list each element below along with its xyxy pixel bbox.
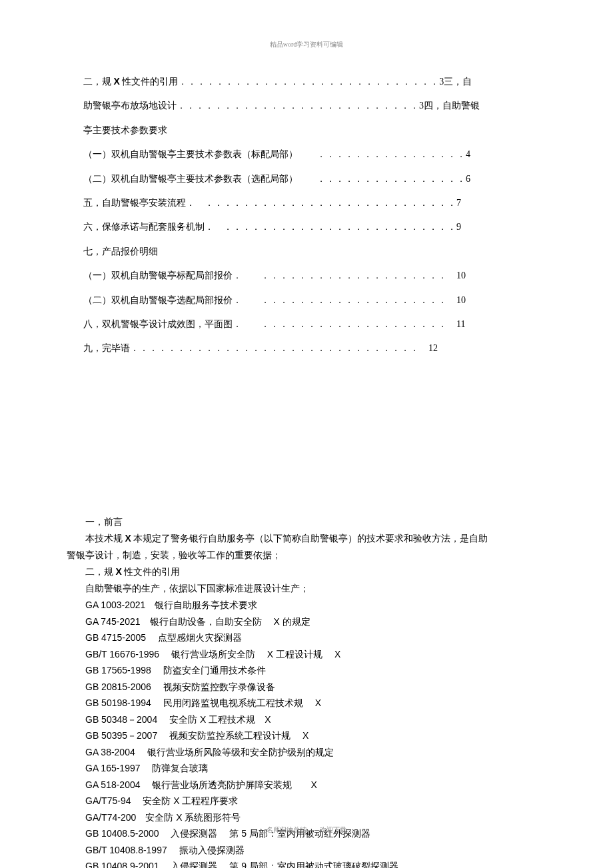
standard-entry: GB 4715-2005 点型感烟火灾探测器 bbox=[67, 630, 546, 646]
standard-entry: GB 17565-1998 防盗安全门通用技术条件 bbox=[67, 662, 546, 679]
toc-entry: 八，双机警银亭设计成效图，平面图． ．．．．．．．．．．．．．．．．．．．． 1… bbox=[83, 312, 530, 336]
toc-x: X bbox=[114, 76, 120, 87]
document-body: 一，前言 本技术规 X 本规定了警务银行自助服务亭（以下简称自助警银亭）的技术要… bbox=[67, 514, 546, 868]
toc-entry: （一）双机自助警银亭主要技术参数表（标配局部） ．．．．．．．．．．．．．．．．… bbox=[83, 143, 530, 167]
body-x: X bbox=[125, 533, 131, 544]
standard-entry: GB/T 16676-1996 银行营业场所安全防 X 工程设计规 X bbox=[67, 646, 546, 663]
toc-entry: （一）双机自助警银亭标配局部报价． ．．．．．．．．．．．．．．．．．．．． 1… bbox=[83, 264, 530, 288]
standard-entry: GB/T 10408.8-1997 振动入侵探测器 bbox=[67, 842, 546, 859]
toc-entry: 九，完毕语．．．．．．．．．．．．．．．．．．．．．．．．．．．．．．． 12 bbox=[83, 336, 530, 360]
toc-entry: （二）双机自助警银亭选配局部报价． ．．．．．．．．．．．．．．．．．．．． 1… bbox=[83, 288, 530, 312]
section-heading: 二，规 X 性文件的引用 bbox=[67, 564, 546, 581]
toc-entry: 亭主要技术参数要求 bbox=[83, 119, 530, 143]
body-text: 性文件的引用 bbox=[122, 567, 181, 577]
body-text: 二，规 bbox=[85, 567, 116, 577]
standard-entry: GA 518-2004 银行营业场所透亮防护屏障安装规 X bbox=[67, 777, 546, 793]
toc-entry: （二）双机自助警银亭主要技术参数表（选配局部） ．．．．．．．．．．．．．．．．… bbox=[83, 167, 530, 191]
paragraph: 本技术规 X 本规定了警务银行自助服务亭（以下简称自助警银亭）的技术要求和验收方… bbox=[67, 530, 546, 548]
toc-text: 二，规 bbox=[83, 77, 114, 87]
standard-entry: GB 50198-1994 民用闭路监视电视系统工程技术规 X bbox=[67, 695, 546, 711]
toc-entry: 六，保修承诺与配套服务机制． ．．．．．．．．．．．．．．．．．．．．．．．．．… bbox=[83, 215, 530, 239]
toc-entry: 助警银亭布放场地设计．．．．．．．．．．．．．．．．．．．．．．．．．．3四，自… bbox=[83, 94, 530, 118]
paragraph: 自助警银亭的生产，依据以下国家标准进展设计生产； bbox=[67, 581, 546, 598]
standard-entry: GA/T75-94 安全防 X 工程程序要求 bbox=[67, 793, 546, 809]
section-heading: 一，前言 bbox=[67, 514, 546, 531]
standard-entry: GB 10408.9-2001 入侵探测器 第 9 局部：室内用被动式玻璃破裂探… bbox=[67, 858, 546, 868]
toc-entry: 七，产品报价明细 bbox=[83, 240, 530, 264]
standard-entry: GB 20815-2006 视频安防监控数字录像设备 bbox=[67, 679, 546, 695]
body-text: 本规定了警务银行自助服务亭（以下简称自助警银亭）的技术要求和验收方法，是自助 bbox=[131, 534, 488, 544]
table-of-contents: 二，规 X 性文件的引用．．．．．．．．．．．．．．．．．．．．．．．．．．．．… bbox=[67, 69, 546, 361]
paragraph: 警银亭设计，制造，安装，验收等工作的重要依据； bbox=[67, 548, 546, 564]
toc-text: 性文件的引用．．．．．．．．．．．．．．．．．．．．．．．．．．．．3三，自 bbox=[120, 77, 472, 87]
body-text: 本技术规 bbox=[85, 534, 125, 544]
standard-entry: GB 50395－2007 视频安防监控系统工程设计规 X bbox=[67, 727, 546, 744]
standard-entry: GA 745-2021 银行自助设备，自助安全防 X 的规定 bbox=[67, 614, 546, 630]
page-container: 精品word学习资料可编辑 二，规 X 性文件的引用．．．．．．．．．．．．．．… bbox=[0, 0, 613, 868]
body-x: X bbox=[116, 566, 122, 577]
page-footer: 名师归纳总结——欢迎下载 bbox=[0, 825, 613, 835]
toc-entry: 五，自助警银亭安装流程． ．．．．．．．．．．．．．．．．．．．．．．．．．．．… bbox=[83, 191, 530, 215]
toc-entry: 二，规 X 性文件的引用．．．．．．．．．．．．．．．．．．．．．．．．．．．．… bbox=[83, 69, 530, 94]
page-header: 精品word学习资料可编辑 bbox=[67, 40, 546, 49]
standard-entry: GB 50348－2004 安全防 X 工程技术规 X bbox=[67, 711, 546, 728]
standard-entry: GA/T74-200 安全防 X 系统图形符号 bbox=[67, 809, 546, 826]
standard-entry: GA 38-2004 银行营业场所风险等级和安全防护级别的规定 bbox=[67, 744, 546, 761]
standard-entry: GA 165-1997 防弹复合玻璃 bbox=[67, 760, 546, 777]
standard-entry: GA 1003-2021 银行自助服务亭技术要求 bbox=[67, 597, 546, 614]
